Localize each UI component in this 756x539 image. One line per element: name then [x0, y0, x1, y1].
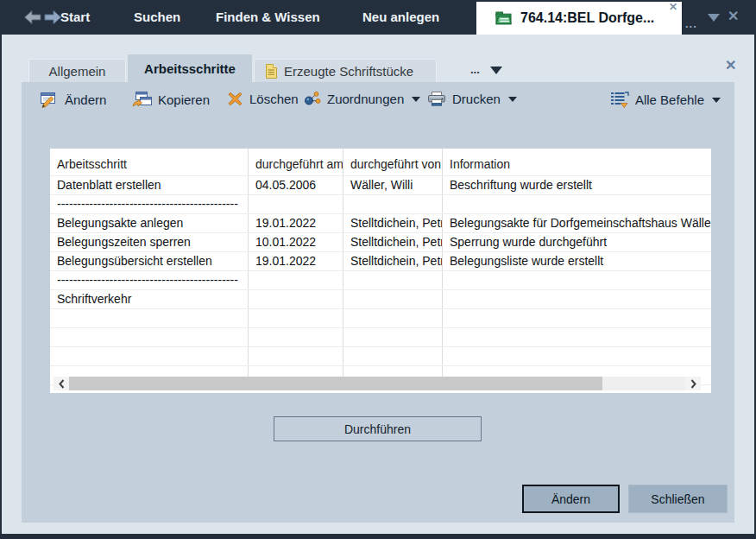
- tab-overflow-dots[interactable]: ...: [685, 17, 697, 30]
- window-border-left: [0, 35, 2, 539]
- tab-erzeugte-label: Erzeugte Schriftstücke: [284, 64, 413, 79]
- toolbar-drucken-button[interactable]: Drucken: [427, 92, 517, 106]
- cell-durchgefuehrt-am: [249, 309, 343, 327]
- table-row[interactable]: ----------------------------------------…: [50, 195, 711, 214]
- tab-allgemein[interactable]: Allgemein: [28, 59, 126, 82]
- toolbar-aendern-button[interactable]: Ändern: [41, 92, 106, 108]
- cell-arbeitsschritt: [50, 309, 249, 327]
- menu-suchen[interactable]: Suchen: [134, 10, 180, 24]
- scroll-left-button[interactable]: [54, 377, 69, 390]
- arbeitsschritte-table: Arbeitsschritt durchgeführt am durchgefü…: [50, 149, 711, 393]
- delete-x-icon: [227, 92, 243, 106]
- toolbar-drucken-label: Drucken: [452, 92, 501, 106]
- cell-durchgefuehrt-von: Stelltdichein, Petra: [343, 233, 443, 251]
- navigation-arrows: [24, 10, 61, 24]
- arbeitsschritte-panel: Ändern Kopieren Löschen: [22, 82, 734, 523]
- cell-arbeitsschritt: [50, 328, 249, 346]
- table-row[interactable]: ----------------------------------------…: [50, 271, 711, 290]
- cell-information: [443, 271, 711, 289]
- table-row[interactable]: Datenblatt erstellen 04.05.2006 Wäller, …: [50, 176, 711, 195]
- tab-arbeitsschritte-label: Arbeitsschritte: [144, 61, 236, 76]
- toolbar-alle-befehle-label: Alle Befehle: [635, 92, 704, 107]
- tab-arbeitsschritte[interactable]: Arbeitsschritte: [128, 54, 252, 82]
- edit-document-icon: [41, 92, 59, 108]
- tabs-more-dots[interactable]: ...: [470, 63, 480, 76]
- pane-close-icon[interactable]: ✕: [725, 57, 736, 73]
- cell-information: [443, 328, 711, 346]
- nav-forward-icon[interactable]: [44, 10, 61, 24]
- document-icon: [265, 64, 277, 79]
- nav-back-icon[interactable]: [24, 10, 41, 24]
- tab-list-chevron-down-icon[interactable]: [708, 14, 720, 22]
- toolbar-kopieren-label: Kopieren: [158, 92, 210, 107]
- drucken-chevron-down-icon: [508, 97, 517, 102]
- table-row[interactable]: [50, 309, 711, 328]
- cell-arbeitsschritt: Belegungsübersicht erstellen: [50, 252, 249, 270]
- cell-durchgefuehrt-am: [249, 328, 343, 346]
- toolbar-kopieren-button[interactable]: Kopieren: [132, 92, 210, 107]
- window-close-icon[interactable]: ✕: [728, 8, 739, 24]
- copy-icon: [132, 92, 152, 107]
- toolbar-loeschen-button[interactable]: Löschen: [227, 92, 299, 106]
- scrollbar-thumb[interactable]: [69, 377, 602, 390]
- menu-neu-anlegen[interactable]: Neu anlegen: [362, 10, 439, 24]
- cell-arbeitsschritt: [50, 347, 249, 365]
- dialog-content: Allgemein Arbeitsschritte Erzeugte Schri…: [2, 35, 754, 534]
- tab-erzeugte-schriftstuecke[interactable]: Erzeugte Schriftstücke: [254, 59, 437, 82]
- toolbar-aendern-label: Ändern: [65, 92, 106, 107]
- command-list-icon: [610, 92, 629, 108]
- chevron-left-icon: [59, 379, 65, 389]
- table-row[interactable]: [50, 347, 711, 366]
- top-menu-bar: Start Suchen Finden & Wissen Neu anlegen…: [0, 0, 756, 35]
- scroll-right-button[interactable]: [685, 377, 701, 390]
- cell-durchgefuehrt-am: 04.05.2006: [249, 176, 343, 194]
- cell-arbeitsschritt: Belegungsakte anlegen: [50, 214, 249, 232]
- cell-durchgefuehrt-von: Stelltdichein, Petra: [343, 252, 443, 270]
- cell-durchgefuehrt-am: 10.01.2022: [249, 233, 343, 251]
- assignments-icon: [304, 92, 321, 106]
- schliessen-button[interactable]: Schließen: [628, 485, 728, 513]
- column-header-durchgefuehrt-am[interactable]: durchgeführt am: [249, 149, 343, 175]
- printer-icon: [427, 92, 446, 106]
- toolbar-loeschen-label: Löschen: [249, 92, 299, 106]
- cell-information: Beschriftung wurde erstellt: [443, 176, 711, 194]
- document-tab-close-icon[interactable]: ✕: [669, 1, 677, 13]
- table-row[interactable]: Belegungszeiten sperren 10.01.2022 Stell…: [50, 233, 711, 252]
- alle-befehle-chevron-down-icon: [712, 98, 721, 103]
- menu-finden-wissen[interactable]: Finden & Wissen: [216, 10, 320, 24]
- cell-information: [443, 195, 711, 213]
- cell-durchgefuehrt-am: [249, 271, 343, 289]
- aendern-button[interactable]: Ändern: [522, 485, 620, 513]
- cell-arbeitsschritt: ----------------------------------------…: [50, 195, 249, 213]
- menu-start[interactable]: Start: [60, 10, 90, 24]
- cell-durchgefuehrt-von: [343, 328, 443, 346]
- table-body: Datenblatt erstellen 04.05.2006 Wäller, …: [50, 176, 711, 385]
- cell-durchgefuehrt-von: [343, 309, 443, 327]
- table-row[interactable]: Schriftverkehr: [50, 290, 711, 309]
- table-row[interactable]: Belegungsübersicht erstellen 19.01.2022 …: [50, 252, 711, 271]
- horizontal-scrollbar[interactable]: [54, 377, 701, 390]
- window-border-bottom: [0, 534, 756, 539]
- column-header-information[interactable]: Information: [443, 149, 711, 175]
- cell-information: [443, 309, 711, 327]
- table-row[interactable]: Belegungsakte anlegen 19.01.2022 Stelltd…: [50, 214, 711, 233]
- cell-information: Belegungsakte für Dorfgemeinschaftshaus …: [443, 214, 711, 232]
- cell-arbeitsschritt: Schriftverkehr: [50, 290, 249, 308]
- document-tab[interactable]: 764.14:BEL Dorfge... ✕: [476, 2, 682, 35]
- cell-durchgefuehrt-von: Stelltdichein, Petra: [343, 214, 443, 232]
- column-header-arbeitsschritt[interactable]: Arbeitsschritt: [50, 149, 249, 175]
- tab-allgemein-label: Allgemein: [49, 64, 106, 79]
- cell-durchgefuehrt-am: 19.01.2022: [249, 252, 343, 270]
- durchfuehren-button[interactable]: Durchführen: [274, 416, 482, 441]
- toolbar-zuordnungen-button[interactable]: Zuordnungen: [304, 92, 420, 106]
- toolbar-zuordnungen-label: Zuordnungen: [327, 92, 404, 106]
- table-row[interactable]: [50, 328, 711, 347]
- column-header-durchgefuehrt-von[interactable]: durchgeführt von: [343, 149, 443, 175]
- tabs-chevron-down-icon[interactable]: [490, 67, 502, 74]
- cell-information: Sperrung wurde durchgeführt: [443, 233, 711, 251]
- cell-arbeitsschritt: Belegungszeiten sperren: [50, 233, 249, 251]
- cell-arbeitsschritt: ----------------------------------------…: [50, 271, 249, 289]
- cell-information: [443, 347, 711, 365]
- document-tab-label: 764.14:BEL Dorfge...: [520, 10, 654, 26]
- toolbar-alle-befehle-button[interactable]: Alle Befehle: [610, 92, 721, 108]
